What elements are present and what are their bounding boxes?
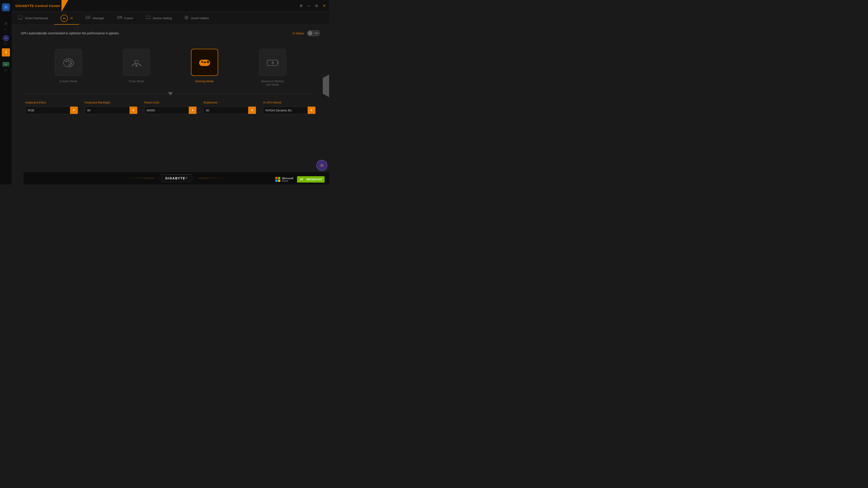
bottom-right-logos: Microsoft Azure N BROADCAST xyxy=(275,176,324,183)
mode-creator[interactable]: Creator Mode xyxy=(51,45,86,90)
sidebar-icon-1[interactable]: ⊟ isk... xyxy=(0,19,12,31)
turbo-icon-container xyxy=(123,49,150,76)
setting-keyboard-effect: Keyboard Effect RGB ▼ xyxy=(25,101,78,114)
nvidia-broadcast-badge: N BROADCAST xyxy=(297,176,324,183)
svg-point-42 xyxy=(207,61,209,62)
ai-icon: Ai xyxy=(61,15,68,22)
mode-battery[interactable]: Maximum Battery Life Mode xyxy=(255,45,290,90)
scroll-indicator[interactable] xyxy=(323,74,329,97)
mode-turbo[interactable]: Turbo Mode xyxy=(119,45,154,90)
keyboard-effect-value: RGB xyxy=(26,109,70,112)
panel-color-value: 6800K xyxy=(145,109,189,112)
app-window: GIGABYTE Control Center ⚙ — ⧉ ✕ xyxy=(12,0,329,184)
svg-marker-50 xyxy=(271,61,274,66)
keyboard-effect-label: Keyboard Effect xyxy=(25,101,78,104)
tab-fusion-label: Fusion xyxy=(124,17,133,20)
ms-text-group: Microsoft Azure xyxy=(282,177,293,182)
svg-text:+: + xyxy=(204,62,205,63)
tab-device-setting-label: Device Setting xyxy=(153,17,172,20)
svg-rect-7 xyxy=(86,17,87,17)
svg-point-23 xyxy=(186,17,187,18)
svg-rect-16 xyxy=(120,17,120,18)
ai-status-bar: GPU automatically overclocked to optimiz… xyxy=(21,30,320,36)
keyboard-effect-arrow: ▼ xyxy=(70,106,78,114)
restore-button[interactable]: ⧉ xyxy=(314,4,319,8)
toggle-knob xyxy=(308,31,312,35)
gaming-svg-icon: + xyxy=(197,55,212,70)
settings-icon[interactable]: ⚙ xyxy=(299,4,303,8)
svg-rect-2 xyxy=(18,16,23,19)
sidebar-icon-4[interactable]: ▶ y ofn... xyxy=(0,59,12,74)
svg-point-1 xyxy=(5,6,7,8)
creator-mode-label: Creator Mode xyxy=(59,79,77,83)
svg-point-33 xyxy=(68,64,70,66)
ms-grid-green xyxy=(278,177,280,179)
device-setting-icon xyxy=(146,16,151,21)
sidebar-icon-2[interactable]: ● RO... xyxy=(0,33,12,46)
ai-gpu-boost-value: NVIDIA Dynamic Bo xyxy=(263,109,308,112)
left-sidebar: ⊟ isk... ● RO... f ▶ y ofn... xyxy=(0,0,12,184)
keyboard-backlight-arrow: ▼ xyxy=(129,106,137,114)
gaming-mode-label: Gaming Mode xyxy=(195,79,214,83)
gaming-icon-container: + xyxy=(191,49,218,76)
turbo-mode-label: Turbo Mode xyxy=(129,79,145,83)
divider-right xyxy=(174,94,315,94)
svg-rect-18 xyxy=(121,17,122,18)
brightness-dropdown[interactable]: 80 ▼ xyxy=(204,106,256,114)
gigabyte-logo-text: GIGABYTE xyxy=(165,176,185,180)
setting-ai-gpu-boost: AI GPU Boost NVIDIA Dynamic Bo ▼ xyxy=(263,101,315,114)
tab-fusion[interactable]: Fusion xyxy=(111,12,140,25)
keyboard-backlight-dropdown[interactable]: 80 ▼ xyxy=(85,106,137,114)
gigabyte-logo: GIGABYTE ™ xyxy=(159,174,194,182)
tab-manager[interactable]: Manager xyxy=(79,12,111,25)
ms-grid-red xyxy=(275,177,278,179)
close-button[interactable]: ✕ xyxy=(322,4,327,8)
ai-status-right: AI Status OFF xyxy=(292,30,320,36)
main-content: GPU automatically overclocked to optimiz… xyxy=(12,25,329,172)
svg-rect-17 xyxy=(121,17,121,18)
bottom-bar: GIGABYTE ™ Microsoft Azure xyxy=(24,172,329,184)
microsoft-azure-logo: Microsoft Azure xyxy=(275,177,293,182)
ai-toggle[interactable]: OFF xyxy=(307,30,320,36)
keyboard-effect-dropdown[interactable]: RGB ▼ xyxy=(25,106,78,114)
tab-smart-utilities-label: Smart Utilities xyxy=(191,17,209,20)
turbo-svg-icon xyxy=(129,55,144,70)
sidebar-app-icon[interactable] xyxy=(0,2,12,12)
svg-point-36 xyxy=(135,65,137,67)
minimize-button[interactable]: — xyxy=(307,4,311,8)
microsoft-label: Microsoft xyxy=(282,177,293,180)
keyboard-backlight-label: Keyboard Backlight xyxy=(85,101,137,104)
ai-description: GPU automatically overclocked to optimiz… xyxy=(21,31,120,35)
svg-point-41 xyxy=(208,61,209,63)
ai-gpu-boost-arrow: ▼ xyxy=(308,106,315,114)
divider-left xyxy=(25,94,167,94)
keyboard-backlight-value: 80 xyxy=(85,109,129,112)
ai-gpu-boost-dropdown[interactable]: NVIDIA Dynamic Bo ▼ xyxy=(263,106,315,114)
svg-rect-9 xyxy=(86,18,87,18)
smart-dashboard-icon xyxy=(18,16,23,21)
tab-device-setting[interactable]: Device Setting xyxy=(140,12,178,25)
svg-point-34 xyxy=(68,61,71,63)
mode-gaming[interactable]: + Gaming Mode xyxy=(187,45,222,90)
title-bar: GIGABYTE Control Center ⚙ — ⧉ ✕ xyxy=(12,0,329,12)
tab-smart-utilities[interactable]: Smart Utilities xyxy=(178,12,215,25)
tab-smart-dashboard[interactable]: Smart Dashboard xyxy=(12,12,54,25)
brightness-value: 80 xyxy=(204,109,248,112)
svg-point-47 xyxy=(205,62,206,63)
svg-point-43 xyxy=(207,62,209,64)
svg-rect-39 xyxy=(202,61,202,63)
svg-rect-49 xyxy=(278,61,278,64)
gigabyte-logo-area: GIGABYTE ™ xyxy=(127,174,225,182)
svg-rect-19 xyxy=(146,16,151,19)
tab-manager-label: Manager xyxy=(93,17,104,20)
sidebar-icon-3[interactable]: f xyxy=(0,47,12,57)
tab-ai[interactable]: Ai AI xyxy=(54,12,79,25)
svg-point-29 xyxy=(65,61,67,62)
panel-color-dropdown[interactable]: 6800K ▼ xyxy=(144,106,197,114)
svg-point-32 xyxy=(70,63,72,65)
setting-keyboard-backlight: Keyboard Backlight 80 ▼ xyxy=(85,101,137,114)
mode-divider xyxy=(25,92,315,95)
ai-status-label: AI Status xyxy=(292,32,304,35)
title-decoration xyxy=(61,0,75,12)
svg-point-40 xyxy=(207,61,208,63)
